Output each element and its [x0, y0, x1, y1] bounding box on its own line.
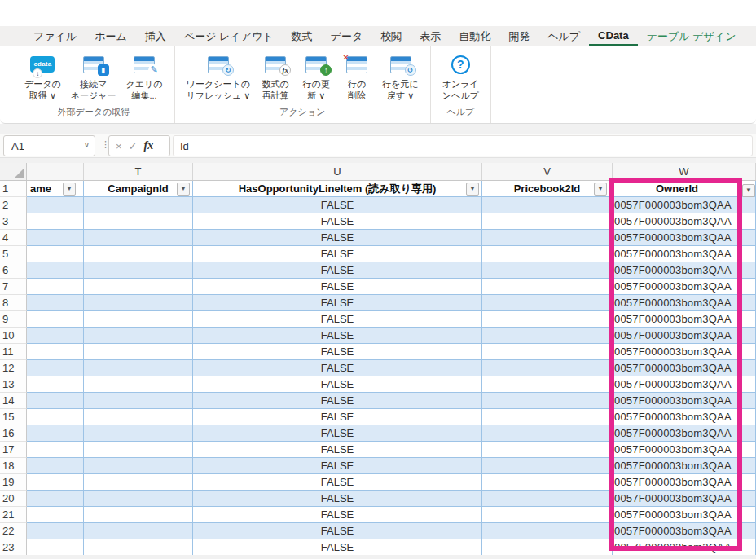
formula-input[interactable]: Id [173, 135, 753, 156]
cell-hasopportunitylineitem[interactable]: FALSE [193, 344, 482, 360]
cell-hasopportunitylineitem[interactable]: FALSE [193, 230, 482, 246]
cell-ownerid[interactable]: 0057F000003bom3QAA [613, 262, 756, 279]
cell-ownerid[interactable]: 0057F000003bom3QAA [613, 344, 756, 360]
update-rows-button[interactable]: ↑行の更 新 ∨ [297, 51, 335, 102]
cell-campaignid[interactable] [84, 360, 193, 376]
cell-name[interactable] [27, 458, 84, 474]
name-box[interactable]: A1 ∨ [3, 135, 95, 156]
menu-tab-data[interactable]: データ [322, 26, 372, 46]
cell-campaignid[interactable] [84, 409, 193, 425]
cell-hasopportunitylineitem[interactable]: FALSE [193, 262, 482, 279]
row-header[interactable]: 5 [0, 246, 27, 262]
cell-name[interactable] [27, 344, 84, 360]
cell-pricebook2id[interactable] [482, 425, 613, 442]
cell-ownerid[interactable]: 0057F000003bom3QAA [613, 230, 756, 246]
chevron-down-icon[interactable]: ∨ [84, 140, 90, 149]
cell-ownerid[interactable]: 0057F000003bom3QAA [613, 311, 756, 328]
cell-campaignid[interactable] [84, 458, 193, 474]
cell-name[interactable] [27, 507, 84, 523]
cell-pricebook2id[interactable] [482, 213, 613, 230]
row-header[interactable]: 14 [0, 393, 27, 409]
cell-name[interactable] [27, 442, 84, 458]
cell-hasopportunitylineitem[interactable]: FALSE [193, 409, 482, 425]
cell-pricebook2id[interactable] [482, 376, 613, 393]
cell-campaignid[interactable] [84, 262, 193, 279]
cell-pricebook2id[interactable] [482, 311, 613, 328]
cell-campaignid[interactable] [84, 523, 193, 539]
cell-name[interactable] [27, 491, 84, 507]
menu-tab-file[interactable]: ファイル [24, 26, 86, 46]
cell-name[interactable] [27, 311, 84, 328]
column-header-T[interactable]: T [84, 163, 193, 180]
cell-pricebook2id[interactable] [482, 279, 613, 295]
header-cell-campaignid[interactable]: CampaignId▼ [84, 181, 193, 197]
cell-hasopportunitylineitem[interactable]: FALSE [193, 474, 482, 491]
row-header[interactable]: 12 [0, 360, 27, 376]
row-header[interactable]: 18 [0, 458, 27, 474]
menu-tab-table-design[interactable]: テーブル デザイン [638, 26, 745, 46]
filter-dropdown-icon[interactable]: ▼ [177, 183, 190, 196]
cell-name[interactable] [27, 539, 84, 556]
cell-ownerid[interactable]: 0057F000003bom3QAA [613, 409, 756, 425]
cell-campaignid[interactable] [84, 442, 193, 458]
cell-ownerid[interactable]: 0057F000003bom3QAA [613, 246, 756, 262]
row-header[interactable]: 23 [0, 539, 27, 556]
header-cell-pricebook2id[interactable]: Pricebook2Id▼ [482, 181, 613, 197]
row-header[interactable]: 2 [0, 197, 27, 213]
cell-hasopportunitylineitem[interactable]: FALSE [193, 197, 482, 213]
cell-pricebook2id[interactable] [482, 295, 613, 311]
delete-rows-button[interactable]: ✕行の 削除 [338, 51, 376, 102]
cell-ownerid[interactable]: 0057F000003bom3QAA [613, 295, 756, 311]
cell-ownerid[interactable]: 0057F000003bom3QAA [613, 458, 756, 474]
row-header[interactable]: 8 [0, 295, 27, 311]
row-header[interactable]: 17 [0, 442, 27, 458]
column-header-U[interactable]: U [193, 163, 482, 180]
cell-campaignid[interactable] [84, 539, 193, 556]
select-all-corner[interactable] [0, 163, 27, 180]
cell-hasopportunitylineitem[interactable]: FALSE [193, 393, 482, 409]
cell-name[interactable] [27, 360, 84, 376]
cell-campaignid[interactable] [84, 507, 193, 523]
cell-pricebook2id[interactable] [482, 262, 613, 279]
menu-tab-insert[interactable]: 挿入 [136, 26, 175, 46]
cell-ownerid[interactable]: 0057F000003bom3QAA [613, 213, 756, 230]
cell-campaignid[interactable] [84, 393, 193, 409]
menu-tab-cdata[interactable]: CData [589, 26, 638, 46]
enter-icon[interactable]: ✓ [129, 140, 138, 152]
cell-hasopportunitylineitem[interactable]: FALSE [193, 328, 482, 344]
row-header[interactable]: 21 [0, 507, 27, 523]
cancel-icon[interactable]: × [116, 140, 122, 152]
row-header[interactable]: 15 [0, 409, 27, 425]
cell-pricebook2id[interactable] [482, 409, 613, 425]
cell-ownerid[interactable]: 0057F000003bom3QAA [613, 393, 756, 409]
get-data-button[interactable]: cdata↓データの 取得 ∨ [21, 51, 64, 102]
cell-pricebook2id[interactable] [482, 246, 613, 262]
cell-hasopportunitylineitem[interactable]: FALSE [193, 213, 482, 230]
cell-hasopportunitylineitem[interactable]: FALSE [193, 295, 482, 311]
cell-name[interactable] [27, 409, 84, 425]
menu-tab-home[interactable]: ホーム [86, 26, 136, 46]
row-header[interactable]: 6 [0, 262, 27, 279]
cell-campaignid[interactable] [84, 474, 193, 491]
header-cell-ownerid[interactable]: OwnerId [613, 181, 756, 197]
cell-name[interactable] [27, 262, 84, 279]
cell-name[interactable] [27, 246, 84, 262]
row-header[interactable]: 19 [0, 474, 27, 491]
column-header-V[interactable]: V [482, 163, 613, 180]
filter-dropdown-icon[interactable]: ▼ [63, 183, 76, 196]
cell-name[interactable] [27, 213, 84, 230]
cell-campaignid[interactable] [84, 213, 193, 230]
cell-name[interactable] [27, 474, 84, 491]
cell-campaignid[interactable] [84, 279, 193, 295]
cell-hasopportunitylineitem[interactable]: FALSE [193, 425, 482, 442]
cell-pricebook2id[interactable] [482, 539, 613, 556]
cell-campaignid[interactable] [84, 197, 193, 213]
cell-name[interactable] [27, 279, 84, 295]
cell-ownerid[interactable]: 0057F000003bom3QAA [613, 376, 756, 393]
cell-pricebook2id[interactable] [482, 474, 613, 491]
cell-ownerid[interactable]: 0057F000003bom3QAA [613, 360, 756, 376]
filter-dropdown-icon[interactable]: ▼ [466, 183, 479, 196]
cell-ownerid[interactable]: 0057F000003bom3QAA [613, 328, 756, 344]
cell-campaignid[interactable] [84, 328, 193, 344]
cell-pricebook2id[interactable] [482, 197, 613, 213]
